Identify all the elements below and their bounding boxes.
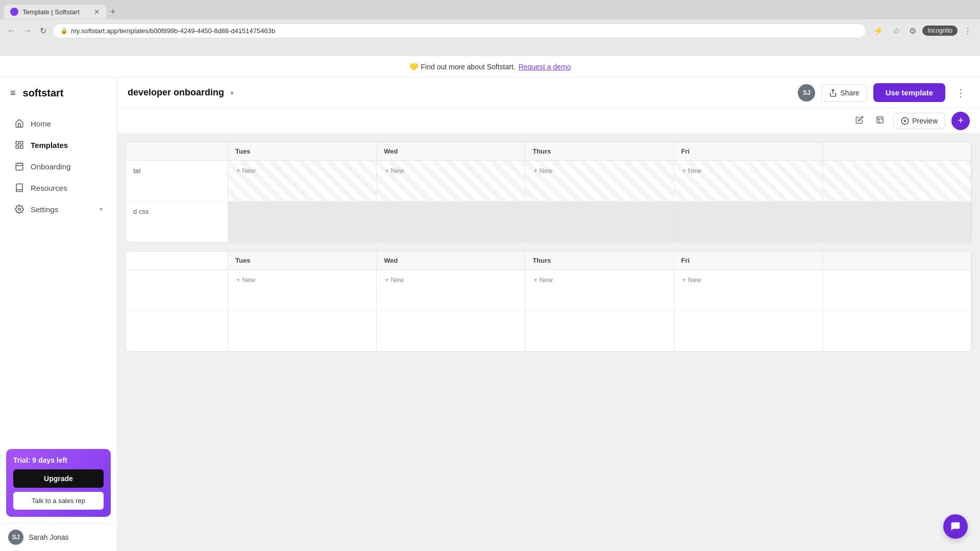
cal-new-btn-1-1[interactable]: + New <box>234 166 257 176</box>
calendar-section2-header: First day Tues Wed Thurs Fri <box>126 252 971 270</box>
cal-header-fri: Fri <box>674 142 823 160</box>
trial-box: Trial: 9 days left Upgrade Talk to a sal… <box>6 449 111 517</box>
calendar-section1-header: Tues Wed Thurs Fri <box>126 142 971 161</box>
more-options-button[interactable]: ⋮ <box>951 85 970 101</box>
calendar-section2-body: + New + New + New + New <box>126 270 971 352</box>
cal-cell-1-3: + New <box>525 161 674 202</box>
cal-cell-1-1: + New <box>228 161 377 202</box>
browser-tab[interactable]: Template | Softstart ✕ <box>4 5 106 19</box>
cal-header-thurs: Thurs <box>525 142 674 160</box>
preview-label: Preview <box>912 117 938 125</box>
cal-new-btn2-1-1[interactable]: + New <box>234 275 257 285</box>
cal-cell2-1-4: + New <box>674 270 823 311</box>
preview-button[interactable]: Preview <box>893 113 945 129</box>
cal-header2-thurs: Thurs <box>525 252 674 269</box>
new-tab-button[interactable]: + <box>106 7 120 17</box>
logo: softstart <box>23 87 64 99</box>
notification-emoji: 💛 <box>409 63 418 71</box>
incognito-badge: Incognito <box>922 26 958 36</box>
menu-toggle-button[interactable]: ≡ <box>8 86 18 101</box>
cal-header-firstday: First day <box>126 252 228 269</box>
sidebar-item-onboarding[interactable]: Onboarding <box>4 156 113 177</box>
svg-point-8 <box>18 208 21 211</box>
request-demo-link[interactable]: Request a demo <box>519 63 571 71</box>
cal-new-btn2-1-4[interactable]: + New <box>680 275 703 285</box>
share-label: Share <box>840 89 859 97</box>
use-template-button[interactable]: Use template <box>873 83 945 102</box>
cal-cell-1-2: + New <box>377 161 525 202</box>
settings-chevron-icon: ▾ <box>100 206 103 213</box>
sidebar-item-home[interactable]: Home <box>4 113 113 134</box>
page-title: developer onboarding <box>128 87 224 98</box>
forward-button[interactable]: → <box>21 24 34 37</box>
cal-header2-wed: Wed <box>377 252 525 269</box>
cal-cell-2-1 <box>228 202 377 242</box>
cal-cell-2-5 <box>823 202 971 242</box>
svg-rect-10 <box>877 117 883 123</box>
share-icon <box>829 89 837 97</box>
cal-cell-1-4: + New <box>674 161 823 202</box>
cal-cell2-1-3: + New <box>525 270 674 311</box>
sidebar-item-settings[interactable]: Settings ▾ <box>4 199 113 219</box>
cal-cell-2-4 <box>674 202 823 242</box>
user-row[interactable]: SJ Sarah Jonas <box>0 523 117 551</box>
cal-header-empty <box>126 142 228 160</box>
cal-cell-2-3 <box>525 202 674 242</box>
cal-cell2-2-1 <box>228 311 377 352</box>
cal-row2-label-2 <box>126 311 228 352</box>
add-button[interactable]: + <box>951 112 970 130</box>
calendar-area: Tues Wed Thurs Fri tar + New + New <box>117 134 980 551</box>
cal-header2-extra <box>823 252 971 269</box>
svg-rect-3 <box>20 146 23 148</box>
cal-row-label-1: tar <box>126 161 228 202</box>
preview-icon <box>901 117 909 125</box>
cal-new-btn-1-2[interactable]: + New <box>383 166 406 176</box>
sales-rep-button[interactable]: Talk to a sales rep <box>13 492 104 510</box>
cal-header-extra <box>823 142 971 160</box>
cal-new-btn2-1-2[interactable]: + New <box>383 275 406 285</box>
edit-icon <box>855 116 864 124</box>
sidebar-nav: Home Templates <box>0 108 117 443</box>
cal-header-wed: Wed <box>377 142 525 160</box>
cal-header2-fri: Fri <box>674 252 823 269</box>
url-bar[interactable]: 🔒 my.softstart.app/templates/b00f899b-42… <box>53 23 866 38</box>
cal-cell2-1-5 <box>823 270 971 311</box>
templates-icon <box>14 140 24 150</box>
calendar-section1-body: tar + New + New + New + New <box>126 161 971 242</box>
cal-row-label-2: d css <box>126 202 228 242</box>
share-button[interactable]: Share <box>821 84 867 102</box>
cal-header-tues: Tues <box>228 142 377 160</box>
notification-bar: 💛 Find out more about Softstart. Request… <box>0 56 980 78</box>
cal-cell2-2-4 <box>674 311 823 352</box>
chat-button[interactable] <box>943 514 968 539</box>
upgrade-button[interactable]: Upgrade <box>13 469 104 488</box>
cal-cell2-1-2: + New <box>377 270 525 311</box>
back-button[interactable]: ← <box>5 24 17 37</box>
title-chevron-icon[interactable]: ▾ <box>230 89 234 97</box>
cal-new-btn2-1-3[interactable]: + New <box>531 275 554 285</box>
layout-icon <box>876 116 884 124</box>
svg-rect-4 <box>16 163 23 170</box>
nav-more-btn[interactable]: ⋮ <box>961 24 975 38</box>
sidebar-item-label-home: Home <box>31 119 51 128</box>
calendar-section-1: Tues Wed Thurs Fri tar + New + New <box>126 142 972 243</box>
resources-icon <box>14 183 24 193</box>
cal-cell-2-2 <box>377 202 525 242</box>
cal-cell2-2-3 <box>525 311 674 352</box>
tab-close-btn[interactable]: ✕ <box>94 8 100 16</box>
layout-button[interactable] <box>873 113 887 129</box>
cal-new-btn-1-3[interactable]: + New <box>531 166 554 176</box>
nav-settings-btn[interactable]: ⚙ <box>906 24 919 38</box>
sidebar-item-resources[interactable]: Resources <box>4 178 113 198</box>
sidebar-item-label-templates: Templates <box>31 141 68 149</box>
cal-header2-tues: Tues <box>228 252 377 269</box>
cal-new-btn-1-4[interactable]: + New <box>680 166 703 176</box>
nav-extensions-btn[interactable]: ⚡ <box>870 24 887 38</box>
cal-cell2-1-1: + New <box>228 270 377 311</box>
nav-star-btn[interactable]: ☆ <box>890 24 903 38</box>
reload-button[interactable]: ↻ <box>38 24 48 38</box>
edit-button[interactable] <box>852 113 867 129</box>
cal-cell2-2-2 <box>377 311 525 352</box>
sidebar-item-templates[interactable]: Templates <box>4 135 113 155</box>
sidebar-header: ≡ softstart <box>0 78 117 108</box>
